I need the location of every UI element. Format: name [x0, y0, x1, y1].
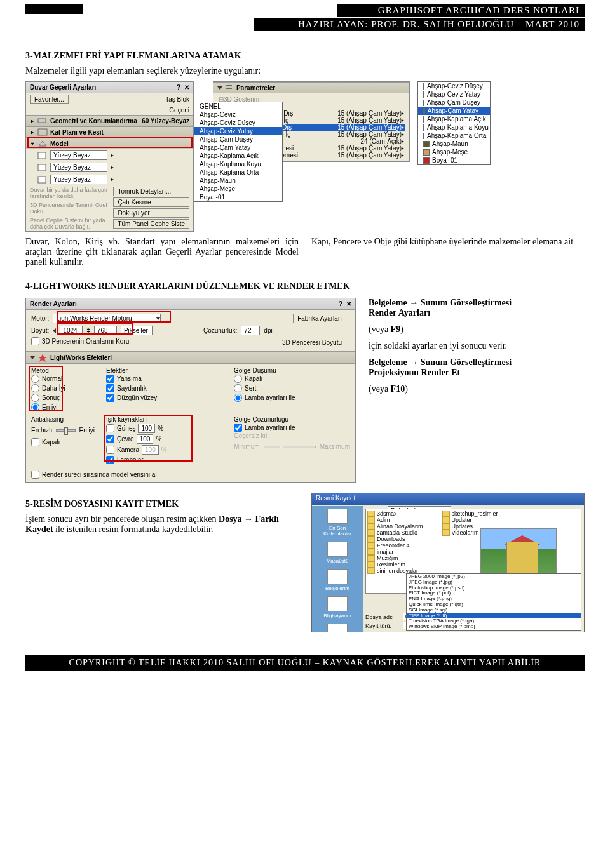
golge-radio[interactable] [234, 375, 242, 383]
render-veri-check[interactable] [31, 471, 39, 479]
dpi-field[interactable]: 72 [241, 326, 260, 335]
menu-item[interactable]: Boya -01 [418, 156, 490, 164]
keep-ratio-checkbox[interactable] [31, 337, 39, 345]
gecerli-label: Geçerli [169, 107, 189, 114]
aa-label: Antialiasing [31, 416, 95, 423]
header-accent [25, 4, 83, 14]
close-icon[interactable]: ✕ [346, 300, 351, 307]
render-titlebar[interactable]: Render Ayarları ? ✕ [26, 298, 355, 310]
menu-item[interactable]: Ahşap-Meşe [418, 148, 490, 156]
sidebar-item[interactable]: Masaüstü [312, 539, 363, 566]
doku-button[interactable]: Dokuyu yer [113, 208, 189, 218]
chevron-left-icon[interactable] [53, 328, 56, 333]
lightworks-effects-header[interactable]: LightWorks Efektleri [26, 351, 355, 364]
menu-item[interactable]: Ahşap-Çam Düşey [418, 98, 490, 107]
folder-icon [367, 536, 375, 542]
size-highlight [57, 323, 133, 335]
saydamlik-check[interactable] [106, 384, 114, 392]
surface-mid-field[interactable]: Yüzey-Beyaz [50, 163, 107, 172]
menu-item[interactable]: Ahşap-Kaplama Koyu [194, 160, 282, 168]
factory-settings-button[interactable]: Fabrika Ayarları [293, 314, 346, 323]
sidebar-item[interactable]: En Son Kullanılanlar [312, 506, 363, 539]
sec3-caption-left: Duvar, Kolon, Kiriş vb. Standart yapı el… [25, 237, 299, 267]
motor-label: Motor: [31, 315, 49, 322]
favorites-button[interactable]: Favoriler... [30, 95, 69, 104]
golge-radio[interactable] [234, 384, 242, 392]
folder-icon [367, 561, 375, 568]
surface-icon [37, 176, 46, 184]
menu-item[interactable]: GENEL [194, 102, 282, 110]
note-1: Duvar bir ya da daha fazla çatı tarafınd… [30, 187, 109, 199]
menu-item[interactable]: Ahşap-Ceviz Yatay [194, 127, 282, 135]
folder-icon [367, 511, 375, 517]
svg-rect-6 [226, 85, 232, 86]
golge-slider [264, 446, 316, 448]
folder-icon [367, 530, 375, 536]
folder-icon [442, 530, 450, 536]
menu-item[interactable]: Ahşap-Kaplama Orta [194, 168, 282, 177]
svg-rect-1 [38, 129, 47, 135]
chevron-right-icon[interactable]: ▸ [111, 152, 114, 158]
chevron-right-icon[interactable]: ▸ [111, 177, 114, 182]
sidebar-item[interactable]: Bilgisayarım [312, 594, 363, 621]
chevron-right-icon[interactable]: ▸ [111, 164, 114, 170]
format-dropdown[interactable]: JPEG 2000 Image (*.jp2) JPEG Image (*.jp… [406, 573, 581, 631]
yansima-check[interactable] [106, 375, 114, 383]
isik-highlight [104, 415, 193, 462]
parametreler-header[interactable]: Parametreler [214, 82, 409, 93]
svg-rect-7 [226, 88, 232, 89]
surface-bot-field[interactable]: Yüzey-Beyaz [50, 175, 107, 184]
geom-section[interactable]: ▸ Geometri ve Konumlandırma 60 Yüzey-Bey… [26, 115, 193, 126]
kapali-check[interactable] [31, 438, 39, 446]
sidebar-item[interactable]: Ağ Bağlantıları [312, 621, 363, 632]
section-5-title: 5-RESİM DOSYASINI KAYIT ETMEK [25, 499, 302, 509]
surface-top-field[interactable]: Yüzey-Beyaz [50, 150, 107, 160]
help-icon[interactable]: ? [339, 300, 342, 307]
menu-item[interactable]: Ahşap-Çam Yatay [194, 144, 282, 152]
folder-icon [367, 568, 375, 574]
duzgun-check[interactable] [106, 394, 114, 402]
efektler-label: Efektler [106, 367, 222, 374]
golge-radio[interactable] [234, 394, 242, 402]
save-titlebar[interactable]: Resmi Kaydet [312, 493, 584, 505]
close-icon[interactable]: ✕ [184, 84, 189, 91]
golgecoz-check[interactable] [234, 424, 242, 432]
menu-item[interactable]: Ahşap-Kaplama Orta [418, 131, 490, 140]
section-3-intro: Malzemeler ilgili yapı elemanları seçile… [25, 66, 585, 76]
geometry-icon [37, 117, 48, 124]
3d-window-size-button[interactable]: 3D Penceresi Boyutu [278, 338, 346, 347]
swatch-popup-menu[interactable]: Ahşap-Ceviz Düşey Ahşap-Ceviz Yatay Ahşa… [417, 81, 491, 165]
menu-item[interactable]: Ahşap-Kaplama Açık [194, 152, 282, 160]
save-dialog: Resmi Kaydet Konum: Belgelerim En Son Ku… [311, 493, 585, 632]
folder-icon [367, 542, 375, 549]
page-footer: COPYRIGHT © TELİF HAKKI 2010 SALİH OFLUO… [25, 655, 585, 671]
panel-cephe-button[interactable]: Tüm Panel Cephe Siste [113, 219, 189, 229]
plan-icon [37, 128, 48, 136]
help-icon[interactable]: ? [177, 84, 180, 91]
menu-item[interactable]: Ahşap-Ceviz Yatay [418, 90, 490, 98]
aa-slider[interactable] [56, 429, 75, 432]
material-popup-menu[interactable]: GENEL Ahşap-Ceviz Ahşap-Ceviz Düşey Ahşa… [194, 102, 283, 202]
save-sidebar: En Son Kullanılanlar Masaüstü Belgelerim… [312, 506, 363, 632]
panel-titlebar[interactable]: Duvar Geçerli Ayarları ? ✕ [26, 82, 193, 93]
header-title-2: HAZIRLAYAN: PROF. DR. SALİH OFLUOĞLU – M… [254, 18, 585, 31]
menu-item[interactable]: Ahşap-Maun [418, 140, 490, 148]
format-option[interactable]: Windows BMP Image (*.bmp) [407, 624, 581, 630]
menu-item[interactable]: Ahşap-Çam Yatay [418, 107, 490, 115]
menu-item[interactable]: Ahşap-Kaplama Koyu [418, 123, 490, 131]
sidebar-item[interactable]: Belgelerim [312, 566, 363, 594]
menu-item[interactable]: Ahşap-Maun [194, 177, 282, 185]
surface-icon [37, 152, 46, 159]
golge-label: Gölge Düşümü [234, 367, 350, 374]
menu-item[interactable]: Ahşap-Meşe [194, 185, 282, 193]
cati-button[interactable]: Çatı Kesme [113, 197, 189, 207]
menu-item[interactable]: Ahşap-Ceviz Düşey [194, 119, 282, 127]
svg-rect-5 [38, 177, 46, 183]
menu-item[interactable]: Ahşap-Ceviz [194, 110, 282, 119]
menu-item[interactable]: Ahşap-Ceviz Düşey [418, 82, 490, 90]
menu-item[interactable]: Ahşap-Çam Düşey [194, 135, 282, 144]
tomruk-button[interactable]: Tomruk Detayları... [113, 187, 189, 196]
section-4-title: 4-LIGHTWORKS RENDER AYARLARINI DÜZENLEME… [25, 281, 585, 291]
menu-item[interactable]: Boya -01 [194, 193, 282, 201]
menu-item[interactable]: Ahşap-Kaplama Açık [418, 115, 490, 123]
